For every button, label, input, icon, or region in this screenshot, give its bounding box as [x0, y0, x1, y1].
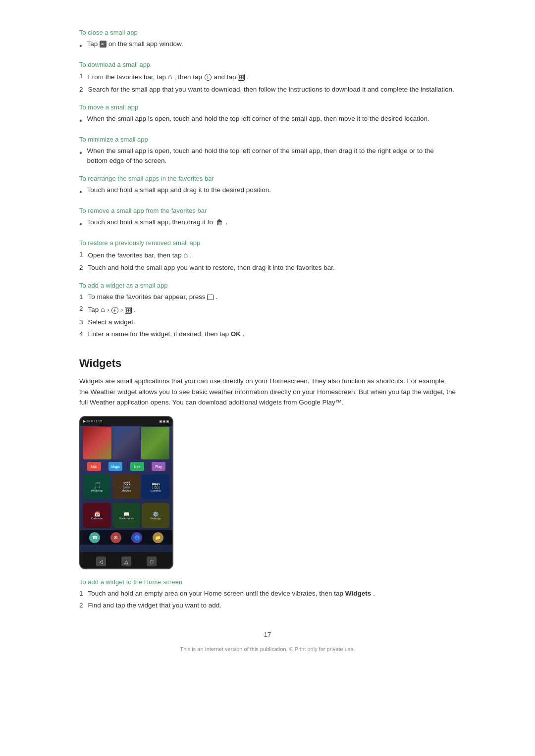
download-step1-text-mid2: and tap [214, 73, 238, 81]
step-number: 1 [79, 250, 83, 259]
phone-image-area [80, 426, 172, 460]
rearrange-bullet-text: Touch and hold a small app and drag it t… [87, 185, 271, 195]
rearrange-small-apps-section: To rearrange the small apps in the favor… [79, 175, 456, 198]
close-small-app-heading: To close a small app [79, 29, 456, 36]
step-number: 2 [79, 263, 83, 273]
add-widget-home-step-1: 1 Touch and hold an empty area on your H… [79, 589, 456, 599]
home-icon-3: ⌂ [101, 305, 105, 313]
widget-item: 🎬 Movies [112, 474, 140, 499]
add-widget-step3-text: Select a widget. [88, 317, 135, 327]
step-number: 2 [79, 304, 83, 314]
add-widget-step1-text-after: . [215, 293, 217, 301]
widget-label: Walkman [91, 489, 104, 492]
bullet-dot: • [79, 40, 82, 52]
step-number: 1 [79, 71, 83, 81]
move-bullet-text: When the small app is open, touch and ho… [87, 114, 429, 124]
minimize-bullet-text: When the small app is open, touch and ho… [87, 146, 456, 166]
remove-bullet-text-before: Touch and hold a small app, then drag it… [87, 218, 213, 226]
close-bullet-text-before: Tap [87, 40, 98, 48]
fav-icon-4: 📁 [153, 532, 163, 543]
close-bullet-text-after: on the small app window. [108, 40, 183, 48]
add-widget-home-step-2: 2 Find and tap the widget that you want … [79, 601, 456, 610]
home-button: △ [121, 556, 131, 566]
close-small-app-section: To close a small app • Tap on the small … [79, 29, 456, 52]
download-step1-text-after: . [247, 73, 249, 81]
home-icon-1: ⌂ [168, 72, 172, 81]
widgets-heading: Widgets [79, 357, 456, 370]
phone-favorites-bar: ☎ ✉ 🌐 📁 [80, 530, 172, 545]
status-left: ▶ ✉ ≡ 11:05 [83, 419, 102, 423]
add-widget-home-section: To add a widget to the Home screen 1 Tou… [79, 578, 456, 611]
move-small-app-heading: To move a small app [79, 103, 456, 111]
trash-icon: 🗑 [216, 218, 223, 226]
back-button: ◁ [96, 556, 106, 566]
rearrange-small-apps-bullet: • Touch and hold a small app and drag it… [79, 185, 456, 198]
add-widget-small-app-section: To add a widget as a small app 1 To make… [79, 282, 456, 339]
widgets-section: Widgets Widgets are small applications t… [79, 357, 456, 569]
widget-label: Bookmarks [119, 517, 134, 520]
widget-icon: 📷 [152, 481, 160, 489]
download-small-app-heading: To download a small app [79, 61, 456, 68]
download-small-app-section: To download a small app 1 From the favor… [79, 61, 456, 95]
phone-status-bar: ▶ ✉ ≡ 11:05 ▣▣▣ [80, 417, 172, 426]
widget-item: 🎵 Walkman [83, 474, 111, 499]
phone-screen: Mail Maps Nav Play 🎵 Walkman 🎬 Movies 📷 … [80, 426, 172, 552]
minimize-small-app-heading: To minimize a small app [79, 136, 456, 143]
add-widget-home-step1-text-after: . [373, 590, 375, 597]
minimize-small-app-bullet: • When the small app is open, touch and … [79, 146, 456, 166]
add-widget-step-2: 2 Tap ⌂ › › ⊞ . [79, 304, 456, 315]
download-step-2: 2 Search for the small app that you want… [79, 85, 456, 95]
download-step2-text: Search for the small app that you want t… [88, 85, 454, 95]
widget-icon: 🎵 [93, 481, 102, 489]
widget-icon: 🎬 [122, 481, 131, 489]
widget-icon: 📖 [123, 511, 129, 517]
status-right: ▣▣▣ [159, 419, 169, 423]
step-number: 3 [79, 317, 83, 327]
bullet-dot: • [79, 218, 82, 230]
restore-step-1: 1 Open the favorites bar, then tap ⌂ . [79, 250, 456, 261]
bullet-dot: • [79, 147, 82, 159]
remove-small-app-bullet: • Touch and hold a small app, then drag … [79, 217, 456, 230]
add-widget-step2-tap: Tap [88, 306, 101, 313]
app-shortcuts-row: Mail Maps Nav Play [80, 460, 172, 472]
step-number: 2 [79, 601, 83, 610]
widget-item: 📅 Calendar [83, 503, 111, 528]
rect-icon [207, 295, 214, 300]
add-widget-small-app-heading: To add a widget as a small app [79, 282, 456, 289]
bullet-dot: • [79, 186, 82, 198]
restore-step1-text-before: Open the favorites bar, then tap [88, 252, 184, 259]
fav-icon-1: ☎ [89, 532, 100, 543]
home-icon-2: ⌂ [183, 251, 188, 259]
app-shortcut: Play [152, 462, 165, 471]
widget-label: Movies [121, 489, 131, 492]
plus-circle-icon-1 [205, 74, 212, 81]
download-step-1: 1 From the favorites bar, tap ⌂ , then t… [79, 71, 456, 83]
rearrange-small-apps-heading: To rearrange the small apps in the favor… [79, 175, 456, 182]
widget-item: 📖 Bookmarks [112, 503, 140, 528]
add-widget-home-heading: To add a widget to the Home screen [79, 578, 456, 586]
img-tile-2 [112, 427, 141, 459]
page-number: 17 [79, 631, 456, 638]
apps-icon-2: ⊞ [125, 307, 132, 314]
fav-icon-3: 🌐 [131, 532, 142, 543]
apps-icon-1: ⊞ [238, 74, 245, 81]
restore-small-app-heading: To restore a previously removed small ap… [79, 239, 456, 247]
app-shortcut: Mail [87, 462, 101, 471]
remove-small-app-section: To remove a small app from the favorites… [79, 207, 456, 230]
add-widget-step-4: 4 Enter a name for the widget, if desire… [79, 329, 456, 339]
phone-nav-bar: ◁ △ □ [80, 552, 172, 569]
move-small-app-bullet: • When the small app is open, touch and … [79, 114, 456, 127]
restore-step-2: 2 Touch and hold the small app you want … [79, 263, 456, 273]
app-shortcut: Nav [130, 462, 144, 471]
footer-text: This is an Internet version of this publ… [79, 646, 456, 652]
add-widget-step-1: 1 To make the favorites bar appear, pres… [79, 292, 456, 302]
bullet-dot: • [79, 115, 82, 127]
widget-label: Camera [150, 489, 160, 492]
widget-item: 📷 Camera [142, 474, 169, 499]
minimize-small-app-section: To minimize a small app • When the small… [79, 136, 456, 166]
widget-icon: 📅 [94, 511, 100, 517]
step-number: 1 [79, 589, 83, 599]
plus-circle-icon-2 [111, 307, 118, 314]
recent-button: □ [147, 556, 157, 566]
gt1: › [107, 306, 111, 313]
